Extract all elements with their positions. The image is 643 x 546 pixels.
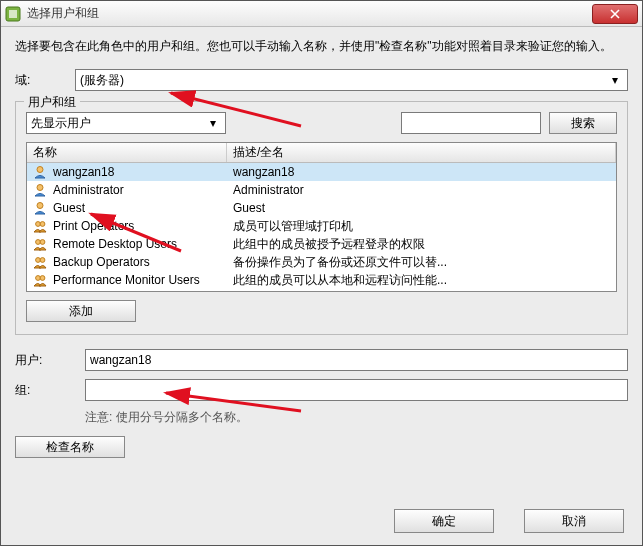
filter-row: 先显示用户 ▾ 搜索 [26, 112, 617, 134]
close-icon [610, 9, 620, 19]
group-icon [33, 273, 47, 287]
domain-select[interactable]: (服务器) ▾ [75, 69, 628, 91]
cell-name: wangzan18 [27, 165, 227, 179]
chevron-down-icon: ▾ [205, 116, 221, 130]
cancel-button[interactable]: 取消 [524, 509, 624, 533]
cell-desc: wangzan18 [227, 165, 616, 179]
cell-desc: Guest [227, 201, 616, 215]
list-header: 名称 描述/全名 [27, 143, 616, 163]
group-icon [33, 255, 47, 269]
chevron-down-icon: ▾ [607, 73, 623, 87]
column-desc[interactable]: 描述/全名 [227, 143, 616, 162]
group-row: 组: [15, 379, 628, 401]
cell-name: Print Operators [27, 219, 227, 233]
row-name-text: Backup Operators [53, 255, 150, 269]
check-row: 检查名称 [15, 436, 628, 458]
user-icon [33, 201, 47, 215]
cell-name: Performance Monitor Users [27, 273, 227, 287]
user-row: 用户: [15, 349, 628, 371]
cell-name: Administrator [27, 183, 227, 197]
domain-row: 域: (服务器) ▾ [15, 69, 628, 91]
filter-select[interactable]: 先显示用户 ▾ [26, 112, 226, 134]
cell-desc: 备份操作员为了备份或还原文件可以替... [227, 254, 616, 271]
user-icon [33, 165, 47, 179]
svg-point-3 [37, 185, 43, 191]
group-icon [33, 237, 47, 251]
cell-name: Backup Operators [27, 255, 227, 269]
cell-name: Remote Desktop Users [27, 237, 227, 251]
svg-rect-1 [9, 10, 17, 18]
table-row[interactable]: Print Operators成员可以管理域打印机 [27, 217, 616, 235]
group-label: 组: [15, 382, 85, 399]
titlebar: 选择用户和组 [1, 1, 642, 27]
svg-point-8 [40, 240, 45, 245]
svg-point-12 [40, 276, 45, 281]
fieldset-legend: 用户和组 [24, 94, 80, 111]
row-name-text: wangzan18 [53, 165, 114, 179]
column-name[interactable]: 名称 [27, 143, 227, 162]
add-row: 添加 [26, 300, 617, 322]
user-icon [33, 183, 47, 197]
domain-label: 域: [15, 72, 75, 89]
ok-button[interactable]: 确定 [394, 509, 494, 533]
cell-desc: 此组中的成员被授予远程登录的权限 [227, 236, 616, 253]
search-button[interactable]: 搜索 [549, 112, 617, 134]
dialog-footer: 确定 取消 [394, 509, 624, 533]
table-row[interactable]: wangzan18wangzan18 [27, 163, 616, 181]
separator-note: 注意: 使用分号分隔多个名称。 [85, 409, 628, 426]
window-title: 选择用户和组 [27, 5, 592, 22]
user-label: 用户: [15, 352, 85, 369]
row-name-text: Print Operators [53, 219, 134, 233]
cell-desc: Administrator [227, 183, 616, 197]
check-names-button[interactable]: 检查名称 [15, 436, 125, 458]
svg-point-6 [40, 222, 45, 227]
table-row[interactable]: Performance Monitor Users此组的成员可以从本地和远程访问… [27, 271, 616, 289]
group-input[interactable] [85, 379, 628, 401]
row-name-text: Remote Desktop Users [53, 237, 177, 251]
group-icon [33, 219, 47, 233]
cell-name: Guest [27, 201, 227, 215]
dialog-window: 选择用户和组 选择要包含在此角色中的用户和组。您也可以手动输入名称，并使用"检查… [0, 0, 643, 546]
svg-point-2 [37, 167, 43, 173]
svg-point-4 [37, 203, 43, 209]
close-button[interactable] [592, 4, 638, 24]
svg-point-10 [40, 258, 45, 263]
table-row[interactable]: AdministratorAdministrator [27, 181, 616, 199]
row-name-text: Performance Monitor Users [53, 273, 200, 287]
user-input[interactable] [85, 349, 628, 371]
cell-desc: 成员可以管理域打印机 [227, 218, 616, 235]
row-name-text: Guest [53, 201, 85, 215]
search-input[interactable] [401, 112, 541, 134]
list-body[interactable]: wangzan18wangzan18AdministratorAdministr… [27, 163, 616, 291]
dialog-body: 选择要包含在此角色中的用户和组。您也可以手动输入名称，并使用"检查名称"功能对照… [1, 27, 642, 470]
instruction-text: 选择要包含在此角色中的用户和组。您也可以手动输入名称，并使用"检查名称"功能对照… [15, 37, 628, 55]
table-row[interactable]: Backup Operators备份操作员为了备份或还原文件可以替... [27, 253, 616, 271]
domain-value: (服务器) [80, 72, 124, 89]
add-button[interactable]: 添加 [26, 300, 136, 322]
users-listview: 名称 描述/全名 wangzan18wangzan18Administrator… [26, 142, 617, 292]
users-groups-fieldset: 用户和组 先显示用户 ▾ 搜索 名称 描述/全名 wangzan18wangza… [15, 101, 628, 335]
cell-desc: 此组的成员可以从本地和远程访问性能... [227, 272, 616, 289]
filter-value: 先显示用户 [31, 115, 91, 132]
row-name-text: Administrator [53, 183, 124, 197]
table-row[interactable]: Remote Desktop Users此组中的成员被授予远程登录的权限 [27, 235, 616, 253]
table-row[interactable]: GuestGuest [27, 199, 616, 217]
app-icon [5, 6, 21, 22]
